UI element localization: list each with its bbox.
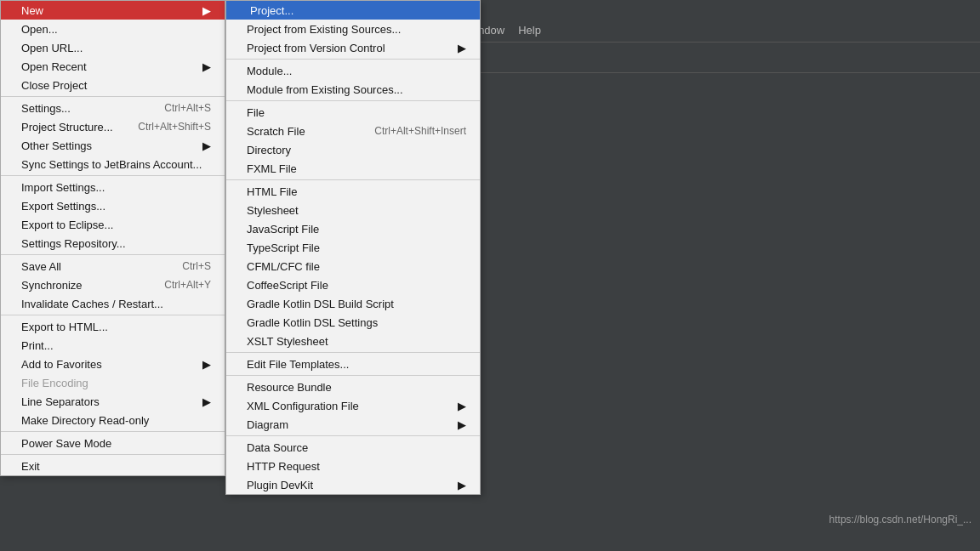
- submenu-item-diagram[interactable]: Diagram ▶: [226, 415, 480, 434]
- new-submenu: Project... Project from Existing Sources…: [225, 0, 481, 495]
- module-label: Module...: [247, 65, 292, 77]
- submenu-item-file[interactable]: File: [226, 103, 480, 122]
- submenu-item-coffeescript[interactable]: CoffeeScript File: [226, 276, 480, 294]
- data-source-label: Data Source: [247, 441, 308, 454]
- add-favorites-arrow-icon: ▶: [194, 358, 211, 371]
- separator-6: [1, 454, 225, 455]
- resource-bundle-label: Resource Bundle: [247, 381, 332, 394]
- menu-item-settings[interactable]: Settings... Ctrl+Alt+S: [1, 99, 225, 117]
- menu-help[interactable]: Help: [511, 20, 548, 40]
- separator-2: [1, 175, 225, 176]
- submenu-item-module[interactable]: Module...: [226, 61, 480, 80]
- menu-item-line-separators[interactable]: Line Separators ▶: [1, 392, 225, 411]
- menu-item-add-favorites[interactable]: Add to Favorites ▶: [1, 355, 225, 373]
- submenu-item-javascript[interactable]: JavaScript File: [226, 219, 480, 238]
- export-eclipse-label: Export to Eclipse...: [21, 219, 113, 231]
- scratch-file-shortcut: Ctrl+Alt+Shift+Insert: [357, 125, 466, 137]
- submenu-item-gradle-kotlin-settings[interactable]: Gradle Kotlin DSL Settings: [226, 313, 480, 332]
- submenu-item-stylesheet[interactable]: Stylesheet: [226, 201, 480, 219]
- synchronize-shortcut: Ctrl+Alt+Y: [147, 279, 211, 291]
- submenu-item-cfml[interactable]: CFML/CFC file: [226, 257, 480, 276]
- menu-item-sync-settings[interactable]: Sync Settings to JetBrains Account...: [1, 155, 225, 173]
- menu-item-open-recent[interactable]: Open Recent ▶: [1, 57, 225, 76]
- line-separators-arrow-icon: ▶: [194, 395, 211, 408]
- diagram-arrow-icon: ▶: [449, 418, 466, 431]
- exit-label: Exit: [21, 460, 40, 473]
- settings-shortcut: Ctrl+Alt+S: [147, 102, 211, 114]
- add-favorites-label: Add to Favorites: [21, 358, 102, 371]
- menu-item-save-all[interactable]: Save All Ctrl+S: [1, 257, 225, 276]
- file-label: File: [247, 106, 265, 119]
- directory-label: Directory: [247, 144, 291, 156]
- menu-item-make-read-only[interactable]: Make Directory Read-only: [1, 411, 225, 429]
- submenu-item-typescript[interactable]: TypeScript File: [226, 238, 480, 257]
- submenu-item-gradle-kotlin-build[interactable]: Gradle Kotlin DSL Build Script: [226, 294, 480, 313]
- new-arrow-icon: ▶: [194, 4, 211, 17]
- submenu-item-module-existing[interactable]: Module from Existing Sources...: [226, 80, 480, 99]
- menu-item-import-settings[interactable]: Import Settings...: [1, 178, 225, 196]
- gradle-kotlin-build-label: Gradle Kotlin DSL Build Script: [247, 298, 394, 310]
- submenu-item-plugin-devkit[interactable]: Plugin DevKit ▶: [226, 475, 480, 494]
- project-structure-shortcut: Ctrl+Alt+Shift+S: [121, 121, 211, 133]
- submenu-item-project-vcs[interactable]: Project from Version Control ▶: [226, 38, 480, 57]
- settings-repo-label: Settings Repository...: [21, 237, 126, 250]
- submenu-item-xml-config[interactable]: XML Configuration File ▶: [226, 396, 480, 415]
- submenu-item-data-source[interactable]: Data Source: [226, 438, 480, 457]
- submenu-item-project-existing[interactable]: Project from Existing Sources...: [226, 20, 480, 38]
- sub-separator-3: [226, 179, 480, 180]
- menu-item-file-encoding: File Encoding: [1, 373, 225, 392]
- plugin-devkit-label: Plugin DevKit: [247, 479, 313, 491]
- menu-item-print[interactable]: Print...: [1, 336, 225, 355]
- menu-item-project-structure[interactable]: Project Structure... Ctrl+Alt+Shift+S: [1, 117, 225, 136]
- menu-item-export-eclipse[interactable]: Export to Eclipse...: [1, 215, 225, 234]
- menu-item-open[interactable]: Open...: [1, 20, 225, 38]
- file-encoding-label: File Encoding: [21, 377, 88, 389]
- menu-item-export-html[interactable]: Export to HTML...: [1, 317, 225, 336]
- export-settings-label: Export Settings...: [21, 200, 105, 213]
- menu-item-settings-repo[interactable]: Settings Repository...: [1, 234, 225, 253]
- submenu-item-scratch-file[interactable]: Scratch File Ctrl+Alt+Shift+Insert: [226, 122, 480, 140]
- fxml-label: FXML File: [247, 162, 297, 175]
- sub-separator-6: [226, 435, 480, 436]
- submenu-item-project[interactable]: Project...: [226, 1, 480, 20]
- menu-item-other-settings[interactable]: Other Settings ▶: [1, 136, 225, 155]
- save-all-shortcut: Ctrl+S: [165, 260, 211, 272]
- menu-item-close-project[interactable]: Close Project: [1, 76, 225, 94]
- module-existing-label: Module from Existing Sources...: [247, 83, 403, 96]
- menu-item-export-settings[interactable]: Export Settings...: [1, 196, 225, 215]
- sub-separator-2: [226, 100, 480, 101]
- menu-item-synchronize[interactable]: Synchronize Ctrl+Alt+Y: [1, 276, 225, 294]
- project-structure-label: Project Structure...: [21, 121, 113, 133]
- plugin-devkit-arrow-icon: ▶: [449, 479, 466, 491]
- import-settings-label: Import Settings...: [21, 181, 105, 194]
- submenu-item-http-request[interactable]: HTTP Request: [226, 457, 480, 475]
- edit-templates-label: Edit File Templates...: [247, 358, 349, 371]
- print-label: Print...: [21, 339, 54, 352]
- project-label: Project...: [250, 4, 293, 17]
- submenu-item-html[interactable]: HTML File: [226, 182, 480, 201]
- gradle-kotlin-settings-label: Gradle Kotlin DSL Settings: [247, 316, 378, 329]
- menu-item-invalidate-caches[interactable]: Invalidate Caches / Restart...: [1, 294, 225, 313]
- submenu-item-directory[interactable]: Directory: [226, 140, 480, 159]
- coffeescript-label: CoffeeScript File: [247, 279, 328, 292]
- submenu-item-resource-bundle[interactable]: Resource Bundle: [226, 378, 480, 396]
- sub-separator-4: [226, 352, 480, 353]
- project-vcs-arrow-icon: ▶: [449, 42, 466, 54]
- xslt-label: XSLT Stylesheet: [247, 335, 328, 348]
- open-recent-label: Open Recent: [21, 60, 87, 73]
- xml-config-label: XML Configuration File: [247, 400, 359, 412]
- save-all-label: Save All: [21, 260, 61, 273]
- menu-item-new[interactable]: New ▶: [1, 1, 225, 20]
- menu-item-open-url[interactable]: Open URL...: [1, 38, 225, 57]
- other-settings-arrow-icon: ▶: [194, 139, 211, 152]
- open-recent-arrow-icon: ▶: [194, 60, 211, 73]
- submenu-item-xslt[interactable]: XSLT Stylesheet: [226, 332, 480, 350]
- power-save-label: Power Save Mode: [21, 437, 111, 450]
- separator-5: [1, 431, 225, 432]
- menu-item-exit[interactable]: Exit: [1, 457, 225, 475]
- submenu-item-edit-templates[interactable]: Edit File Templates...: [226, 355, 480, 373]
- submenu-item-fxml[interactable]: FXML File: [226, 159, 480, 178]
- open-url-label: Open URL...: [21, 42, 83, 54]
- menu-item-power-save[interactable]: Power Save Mode: [1, 434, 225, 452]
- diagram-label: Diagram: [247, 418, 288, 431]
